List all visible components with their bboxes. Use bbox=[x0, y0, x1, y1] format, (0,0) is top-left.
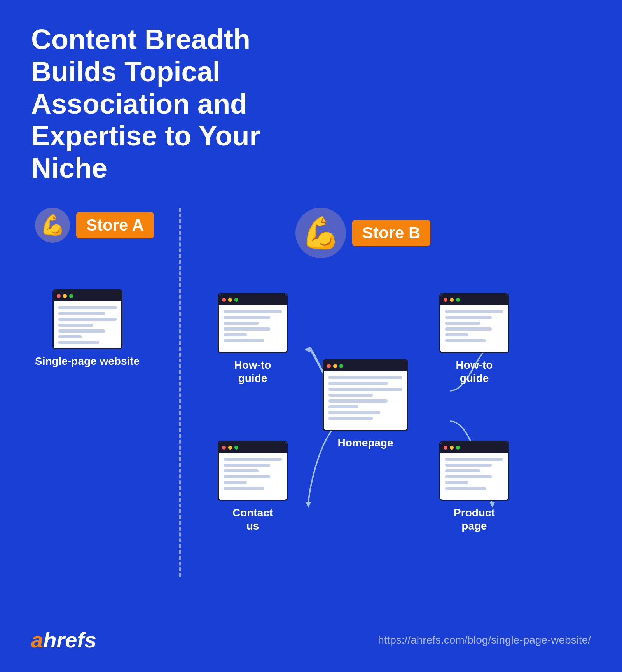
content-line bbox=[224, 469, 259, 472]
content-line bbox=[445, 464, 492, 467]
homepage-label: Homepage bbox=[337, 436, 393, 450]
titlebar bbox=[219, 442, 287, 453]
store-a-window-container: Single-page website bbox=[35, 289, 140, 368]
content-line bbox=[58, 341, 99, 344]
content-area: 💪 Store A bbox=[31, 208, 591, 577]
content-line bbox=[58, 318, 117, 321]
section-divider bbox=[179, 208, 181, 577]
dot-red bbox=[444, 446, 447, 450]
dot-yellow bbox=[333, 364, 337, 368]
svg-marker-1 bbox=[306, 502, 311, 508]
store-b-section: 💪 Store B bbox=[194, 208, 591, 577]
browser-content bbox=[324, 371, 407, 430]
titlebar bbox=[54, 290, 121, 301]
store-a-icon: 💪 bbox=[35, 208, 70, 243]
content-line bbox=[224, 458, 282, 461]
footer: ahrefs https://ahrefs.com/blog/single-pa… bbox=[31, 627, 591, 653]
content-line bbox=[58, 335, 82, 338]
dot-red bbox=[57, 294, 61, 298]
dot-green bbox=[234, 298, 238, 302]
store-a-section: 💪 Store A bbox=[31, 208, 175, 577]
dot-green bbox=[234, 446, 238, 450]
how-to-left-browser bbox=[218, 293, 288, 353]
content-line bbox=[328, 405, 358, 408]
content-line bbox=[328, 388, 402, 391]
content-line bbox=[224, 327, 270, 331]
browser-content bbox=[440, 453, 508, 500]
titlebar bbox=[324, 360, 407, 371]
content-line bbox=[328, 417, 373, 420]
how-to-right-browser bbox=[439, 293, 509, 353]
svg-marker-0 bbox=[305, 346, 310, 353]
content-line bbox=[445, 333, 468, 336]
content-line bbox=[58, 324, 93, 327]
content-line bbox=[328, 399, 388, 402]
content-line bbox=[58, 329, 105, 332]
content-line bbox=[224, 333, 247, 336]
browser-content bbox=[54, 301, 121, 348]
content-line bbox=[328, 394, 373, 397]
content-line bbox=[445, 469, 480, 472]
homepage-browser bbox=[323, 359, 408, 431]
contact-left-label: Contactus bbox=[232, 506, 273, 532]
store-a-window-label: Single-page website bbox=[35, 355, 140, 368]
store-a-badge: Store A bbox=[76, 212, 154, 238]
store-a-label-row: 💪 Store A bbox=[35, 208, 154, 243]
store-a-browser-window bbox=[52, 289, 122, 349]
content-line bbox=[445, 327, 492, 331]
main-title: Content Breadth Builds Topical Associati… bbox=[31, 23, 303, 184]
ahrefs-logo: ahrefs bbox=[31, 627, 96, 653]
content-line bbox=[445, 481, 468, 484]
dot-yellow bbox=[63, 294, 67, 298]
browser-content bbox=[219, 453, 287, 500]
diagram-area: Homepage bbox=[206, 274, 591, 577]
dot-red bbox=[327, 364, 331, 368]
dot-yellow bbox=[228, 298, 232, 302]
content-line bbox=[328, 376, 402, 379]
titlebar bbox=[440, 294, 508, 305]
how-to-right-window: How-toguide bbox=[439, 293, 509, 385]
content-line bbox=[445, 316, 492, 319]
contact-left-window: Contactus bbox=[218, 441, 288, 532]
browser-content bbox=[440, 305, 508, 352]
dot-green bbox=[456, 446, 460, 450]
dot-red bbox=[222, 298, 226, 302]
content-line bbox=[224, 322, 259, 325]
dot-green bbox=[69, 294, 73, 298]
content-line bbox=[328, 411, 380, 414]
content-line bbox=[224, 310, 282, 313]
content-line bbox=[445, 310, 503, 313]
contact-left-browser bbox=[218, 441, 288, 501]
footer-url: https://ahrefs.com/blog/single-page-webs… bbox=[378, 634, 591, 646]
store-b-badge: Store B bbox=[352, 220, 430, 246]
ahrefs-logo-rest: hrefs bbox=[43, 628, 96, 652]
store-b-icon: 💪 bbox=[295, 208, 346, 258]
browser-content bbox=[219, 305, 287, 352]
product-right-label: Productpage bbox=[454, 506, 495, 532]
content-line bbox=[445, 339, 486, 342]
content-line bbox=[445, 458, 503, 461]
ahrefs-logo-text: ahrefs bbox=[31, 627, 96, 653]
content-line bbox=[328, 382, 388, 385]
dot-red bbox=[444, 298, 447, 302]
content-line bbox=[58, 306, 117, 309]
dot-green bbox=[456, 298, 460, 302]
content-line bbox=[224, 464, 270, 467]
dot-yellow bbox=[450, 298, 454, 302]
dot-red bbox=[222, 446, 226, 450]
dot-yellow bbox=[228, 446, 232, 450]
content-line bbox=[58, 312, 105, 315]
content-line bbox=[224, 316, 270, 319]
product-right-browser bbox=[439, 441, 509, 501]
content-line bbox=[224, 481, 247, 484]
dot-yellow bbox=[450, 446, 454, 450]
main-container: Content Breadth Builds Topical Associati… bbox=[0, 0, 622, 672]
content-line bbox=[224, 487, 264, 490]
content-line bbox=[224, 339, 264, 342]
how-to-right-label: How-toguide bbox=[456, 359, 493, 385]
ahrefs-logo-a: a bbox=[31, 628, 43, 652]
titlebar bbox=[219, 294, 287, 305]
content-line bbox=[445, 322, 480, 325]
content-line bbox=[445, 487, 486, 490]
dot-green bbox=[339, 364, 343, 368]
